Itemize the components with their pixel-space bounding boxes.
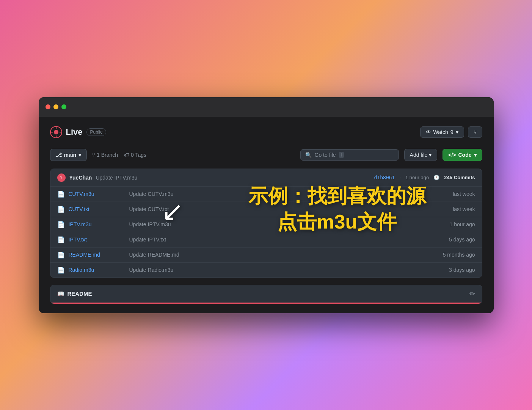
file-row: 📄 IPTV.m3u Update IPTV.m3u 1 hour ago bbox=[50, 217, 482, 232]
commit-hash[interactable]: d1b8061 bbox=[374, 175, 395, 180]
file-name[interactable]: CUTV.m3u bbox=[69, 191, 122, 197]
file-icon: 📄 bbox=[57, 236, 65, 243]
file-time: 3 days ago bbox=[449, 267, 475, 273]
latest-commit-row: Y YueChan Update IPTV.m3u d1b8061 · 1 ho… bbox=[50, 169, 482, 187]
minimize-dot[interactable] bbox=[53, 104, 58, 109]
file-time: last week bbox=[453, 206, 475, 212]
file-name[interactable]: README.md bbox=[69, 252, 122, 258]
chevron-down-icon: ▾ bbox=[78, 152, 81, 158]
file-row: 📄 Radio.m3u Update Radio.m3u 3 days ago bbox=[50, 263, 482, 278]
commit-separator: · bbox=[399, 175, 401, 180]
repo-logo-icon bbox=[50, 126, 62, 138]
file-time: 5 days ago bbox=[449, 237, 475, 243]
code-button[interactable]: </> Code ▾ bbox=[443, 149, 482, 161]
commit-time: 1 hour ago bbox=[405, 175, 429, 180]
close-dot[interactable] bbox=[46, 104, 50, 109]
readme-section: 📖 README ✏ bbox=[50, 285, 482, 304]
file-icon: 📄 bbox=[57, 206, 65, 213]
visibility-badge: Public bbox=[86, 128, 107, 136]
toolbar: ⎇ main ▾ ⑂ 1 Branch 🏷 0 Tags 🔍 Go to fi bbox=[50, 149, 482, 161]
file-name[interactable]: IPTV.txt bbox=[69, 237, 122, 243]
commit-message: Update IPTV.m3u bbox=[96, 175, 137, 181]
chevron-down-icon: ▾ bbox=[429, 152, 432, 158]
file-time: 1 hour ago bbox=[450, 221, 475, 227]
book-icon: 📖 bbox=[57, 290, 64, 297]
file-time: last week bbox=[453, 191, 475, 197]
avatar: Y bbox=[57, 173, 66, 182]
file-commit-msg: Update README.md bbox=[122, 252, 443, 258]
header-actions: 👁 Watch 9 ▾ ⑂ bbox=[420, 126, 482, 138]
search-icon: 🔍 bbox=[305, 152, 312, 158]
add-file-button[interactable]: Add file ▾ bbox=[404, 149, 438, 161]
file-row: 📄 README.md Update README.md 5 months ag… bbox=[50, 248, 482, 263]
edit-icon[interactable]: ✏ bbox=[469, 290, 475, 298]
tag-count-link[interactable]: 🏷 0 Tags bbox=[124, 152, 146, 158]
chevron-down-icon: ▾ bbox=[474, 152, 477, 158]
readme-title: 📖 README bbox=[57, 290, 92, 297]
branch-info: ⑂ 1 Branch 🏷 0 Tags bbox=[92, 152, 146, 158]
svg-point-1 bbox=[54, 130, 58, 134]
branch-icon: ⎇ bbox=[56, 152, 62, 158]
browser-window: Live Public 👁 Watch 9 ▾ ⑂ bbox=[39, 97, 494, 313]
file-row: 📄 CUTV.txt Update CUTV.txt last week bbox=[50, 202, 482, 217]
watch-button[interactable]: 👁 Watch 9 ▾ bbox=[420, 126, 464, 138]
history-icon: 🕐 bbox=[433, 175, 439, 180]
readme-header: 📖 README ✏ bbox=[50, 285, 482, 304]
repo-title: Live Public bbox=[50, 126, 107, 138]
fork-button[interactable]: ⑂ bbox=[468, 126, 482, 138]
repo-header: Live Public 👁 Watch 9 ▾ ⑂ bbox=[50, 126, 482, 138]
file-name[interactable]: CUTV.txt bbox=[69, 206, 122, 212]
branch-count-link[interactable]: ⑂ 1 Branch bbox=[92, 152, 118, 158]
commit-meta: d1b8061 · 1 hour ago 🕐 245 Commits bbox=[374, 175, 475, 180]
file-icon: 📄 bbox=[57, 221, 65, 228]
file-commit-msg: Update Radio.m3u bbox=[122, 267, 449, 273]
file-row: 📄 IPTV.txt Update IPTV.txt 5 days ago bbox=[50, 232, 482, 248]
commits-link[interactable]: 245 Commits bbox=[444, 175, 475, 180]
maximize-dot[interactable] bbox=[61, 104, 66, 109]
file-commit-msg: Update CUTV.txt bbox=[122, 206, 453, 212]
eye-icon: 👁 bbox=[426, 129, 431, 135]
file-name[interactable]: IPTV.m3u bbox=[69, 221, 122, 227]
file-table: Y YueChan Update IPTV.m3u d1b8061 · 1 ho… bbox=[50, 169, 482, 278]
search-area: 🔍 Go to file t bbox=[152, 149, 399, 161]
file-commit-msg: Update IPTV.txt bbox=[122, 237, 449, 243]
repo-name[interactable]: Live bbox=[66, 127, 83, 137]
titlebar bbox=[39, 97, 494, 117]
fork-icon: ⑂ bbox=[474, 129, 477, 135]
file-icon: 📄 bbox=[57, 251, 65, 259]
chevron-down-icon: ▾ bbox=[456, 129, 458, 135]
file-time: 5 months ago bbox=[443, 252, 475, 258]
file-icon: 📄 bbox=[57, 191, 65, 198]
search-box[interactable]: 🔍 Go to file t bbox=[300, 149, 399, 161]
branch-selector[interactable]: ⎇ main ▾ bbox=[50, 149, 87, 161]
file-name[interactable]: Radio.m3u bbox=[69, 267, 122, 273]
file-icon: 📄 bbox=[57, 266, 65, 274]
file-row: 📄 CUTV.m3u Update CUTV.m3u last week bbox=[50, 187, 482, 202]
commit-author[interactable]: YueChan bbox=[69, 175, 92, 181]
file-commit-msg: Update IPTV.m3u bbox=[122, 221, 450, 227]
code-icon: </> bbox=[448, 152, 456, 158]
file-commit-msg: Update CUTV.m3u bbox=[122, 191, 453, 197]
search-shortcut: t bbox=[339, 152, 344, 158]
